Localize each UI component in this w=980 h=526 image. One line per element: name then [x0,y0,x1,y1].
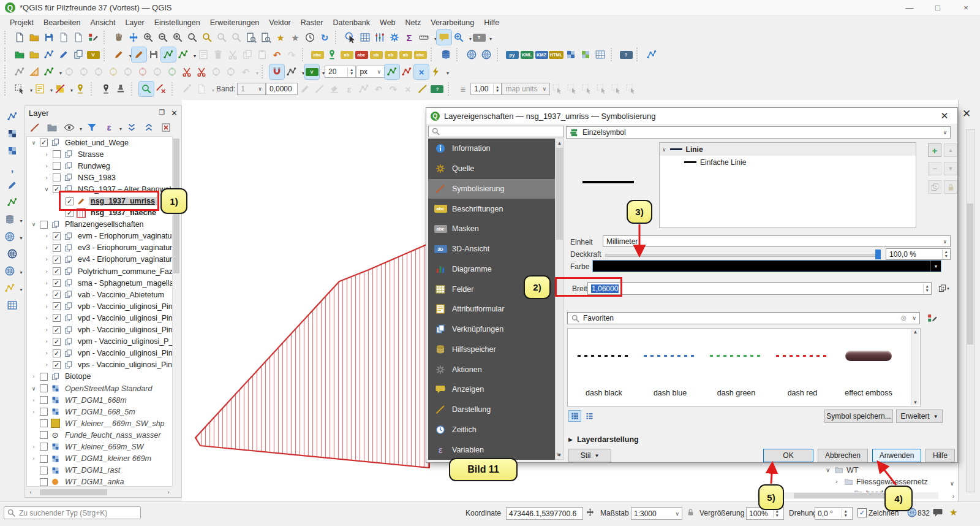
layer-item-vpm-vaccinio-uliginosi-p-sy[interactable]: ›✓vpm - Vaccinio_uliginosi_P_sy [27,336,172,348]
menu-web[interactable]: Web [375,17,400,28]
manage-map-themes-icon[interactable] [62,120,77,135]
expander-icon[interactable]: › [42,292,51,298]
add-virtual-layer-icon[interactable] [2,281,17,295]
expander-icon[interactable]: › [42,151,51,158]
visibility-checkbox[interactable] [40,396,48,404]
symbol-dash-blue[interactable]: dash blue [638,332,703,401]
cancel-button[interactable]: Abbrechen [818,449,868,462]
measure-icon[interactable] [417,30,431,45]
georeferencer-icon[interactable] [113,82,128,96]
expander-icon[interactable]: › [42,233,51,239]
snapping-options-icon[interactable] [284,64,299,79]
expander-icon[interactable]: ∨ [29,221,38,227]
style-copy-icon[interactable] [154,82,168,96]
web-services-icon[interactable] [479,47,494,62]
render-checkbox[interactable]: ✓ [858,508,867,517]
maximize-button[interactable]: □ [924,0,952,15]
expander-icon[interactable]: › [29,455,38,462]
visibility-checkbox[interactable] [40,384,48,392]
menu-layer[interactable]: Layer [120,17,149,28]
browser-item-wt[interactable]: ∨WT [826,464,958,476]
snap-tolerance[interactable]: 20▲▼ [325,66,356,78]
symbol-tree-root-row[interactable]: ∨ Linie [660,143,916,156]
show-bookmarks-icon[interactable]: ★ [288,30,303,45]
visibility-checkbox[interactable]: ✓ [53,349,61,357]
new-project-icon[interactable] [12,30,27,45]
menu-raster[interactable]: Raster [296,17,328,28]
select-by-location-icon[interactable] [73,82,88,96]
layer-item-wt-dgm1-rast[interactable]: WT_DGM1_rast [27,465,172,476]
browser-scroll-down-icon[interactable]: ∨ [950,480,954,487]
scale-lock-icon[interactable] [686,508,695,517]
locator-search-input[interactable]: Zu suchender Typ (Strg+K) [4,506,141,519]
snap-to-vertex-icon[interactable]: V [304,64,319,79]
properties-tab-darstellung[interactable]: Darstellung [428,400,555,420]
split-parts-icon[interactable] [194,64,209,79]
expander-icon[interactable]: › [42,269,51,275]
help-contents-icon[interactable]: ? [619,47,633,62]
properties-tab-quelle[interactable]: Quelle [428,159,555,179]
visibility-checkbox[interactable]: ✓ [53,338,61,346]
select-by-value-icon[interactable] [32,82,47,96]
menu-einstellungen[interactable]: Einstellungen [149,17,205,28]
properties-tab-variablen[interactable]: εVariablen [428,440,555,460]
new-virtual-layer-icon[interactable] [71,47,86,62]
menu-datenbank[interactable]: Datenbank [328,17,375,28]
layer-item-vpb-vaccinio-uliginosi-pine[interactable]: ›✓vpb - Vaccinio_uliginosi_Pine [27,300,172,312]
enable-tracing-icon[interactable] [429,64,443,79]
labeling-options-icon[interactable]: abc [310,47,325,62]
properties-tab-aktionen[interactable]: Aktionen [428,359,555,379]
new-3d-map-view-icon[interactable] [258,30,273,45]
temporal-controller-icon[interactable] [303,30,317,45]
layer-item-openstreetmap-standard[interactable]: ∨OpenStreetMap Standard [27,383,172,394]
properties-search-input[interactable] [428,126,564,137]
toggle-editing-icon[interactable] [132,47,146,62]
layer-tree-hscrollbar[interactable]: ‹› [26,488,173,496]
deselect-features-icon[interactable] [53,82,67,96]
visibility-checkbox[interactable]: ✓ [66,209,74,217]
text-annotation-icon[interactable]: T [472,30,486,45]
extent-toggle-icon[interactable] [586,508,595,517]
clear-search-icon[interactable]: ⊗ [900,314,907,322]
symbol-dash-green[interactable]: dash green [704,332,769,401]
open-layer-styling-icon[interactable] [28,120,42,135]
pan-to-selection-icon[interactable] [126,30,141,45]
pan-map-icon[interactable] [111,30,126,45]
visibility-checkbox[interactable] [40,455,48,463]
visibility-checkbox[interactable] [40,221,48,229]
pin-labels-icon[interactable] [325,47,339,62]
icon-view-toggle[interactable] [568,410,581,422]
expander-icon[interactable]: › [42,327,51,333]
layer-item-ev4-eriophorum-vaginatum[interactable]: ›✓ev4 - Eriophorum_vaginatum [27,254,172,265]
expander-icon[interactable]: › [29,444,38,450]
properties-tab-attributformular[interactable]: Attributformular [428,299,555,319]
properties-tab-symbolisierung[interactable]: Symbolisierung [428,179,555,199]
layer-item-vpd-vaccinio-uliginosi-pine[interactable]: ›✓vpd - Vaccinio_uliginosi_Pine [27,312,172,324]
menu-bearbeiten[interactable]: Bearbeiten [39,17,85,28]
style-button[interactable]: Stil▼ [568,449,611,462]
save-layer-edits-icon[interactable] [146,47,161,62]
list-view-toggle[interactable] [583,410,596,422]
style-manager-icon[interactable] [925,311,940,325]
layer-item-wt-dgm1-668-5m[interactable]: ›WT_DGM1_668_5m [27,406,172,417]
advanced-digitizing-icon[interactable] [27,64,42,79]
properties-tab-3d-ansicht[interactable]: 3D3D-Ansicht [428,239,555,259]
visibility-checkbox[interactable]: ✓ [53,326,61,334]
help-button[interactable]: Hilfe [925,449,955,462]
select-features-icon[interactable] [12,82,27,96]
layer-item-wt-dgm1-668m[interactable]: ›WT_DGM1_668m [27,394,172,406]
expander-icon[interactable]: ∨ [42,186,51,192]
export-kmz-icon[interactable]: KMZ [534,47,549,62]
add-postgis-layer-icon[interactable] [2,212,17,227]
new-shapefile-layer-icon[interactable] [27,47,42,62]
map-tips-icon[interactable] [437,30,451,45]
python-console-icon[interactable]: py [505,47,519,62]
expander-icon[interactable]: › [42,280,51,286]
line-width[interactable]: 1,00▲▼ [470,83,502,95]
visibility-checkbox[interactable] [53,150,61,158]
style-manager-icon[interactable] [86,30,100,45]
enable-snapping-icon[interactable] [270,64,284,79]
map-pin-tool-icon[interactable] [99,82,113,96]
menu-netz[interactable]: Netz [401,17,426,28]
refresh-map-icon[interactable]: ↻ [317,30,332,45]
